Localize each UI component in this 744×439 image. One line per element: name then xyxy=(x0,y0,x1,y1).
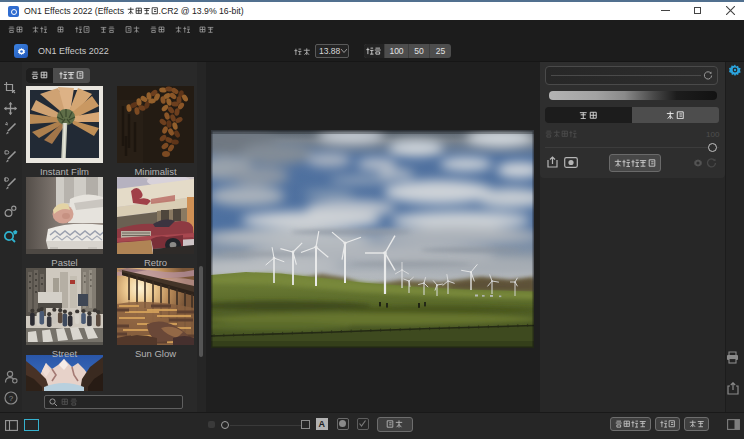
svg-text:?: ? xyxy=(9,394,14,403)
